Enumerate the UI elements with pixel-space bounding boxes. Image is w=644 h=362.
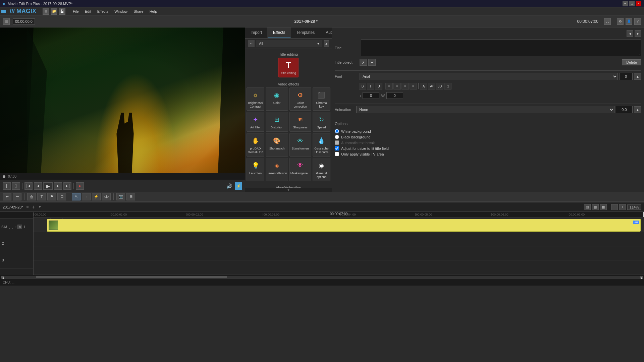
3d-btn[interactable]: 3D <box>436 83 443 89</box>
track-view-normal[interactable]: ▤ <box>584 204 591 210</box>
next-frame-button[interactable]: ► <box>54 182 62 190</box>
nav-back-button[interactable]: ← <box>248 40 255 47</box>
superscript-btn[interactable]: A² <box>428 83 435 89</box>
menu-icon-2[interactable]: 📁 <box>51 8 57 15</box>
effect-maskengene[interactable]: 👁 Maskengene... <box>289 158 311 181</box>
import-media-button[interactable]: ⊞ <box>126 193 135 200</box>
minimize-button[interactable]: − <box>623 1 628 6</box>
effect-brightness[interactable]: ☼ Brightness/ Contrast <box>247 87 264 111</box>
hamburger-menu[interactable]: ☰ <box>3 18 10 25</box>
menu-window[interactable]: Window <box>112 9 130 14</box>
tab-effects[interactable]: Effects <box>268 27 291 38</box>
effect-speed[interactable]: ↻ Speed <box>313 112 330 132</box>
effect-color[interactable]: ◉ Color <box>266 87 288 111</box>
track-clip-1[interactable]: AB <box>47 219 641 232</box>
effect-stansformen[interactable]: 👁 Stansformen <box>289 133 311 157</box>
next-marker-button[interactable]: ►| <box>63 182 71 190</box>
bg-btn[interactable]: □ <box>444 83 451 89</box>
effect-prodad[interactable]: ✋ proDAD Mercalli 2.0 <box>247 133 264 157</box>
font-select[interactable]: Arial <box>360 73 618 80</box>
effect-gaussche[interactable]: 💧 Gaus'sche Unschärfe <box>313 133 330 157</box>
mark-in-button[interactable]: [ <box>3 182 11 190</box>
font-size-up[interactable]: ▲ <box>634 73 641 80</box>
prev-frame-button[interactable]: ◄ <box>34 182 42 190</box>
title-obj-btn1[interactable]: ✗ <box>360 59 367 66</box>
arrow-right-button[interactable]: → <box>82 193 91 200</box>
align-right-btn[interactable]: ≡ <box>401 83 409 89</box>
redo-button[interactable]: ↪ <box>13 193 21 200</box>
split-button[interactable]: ⚡ <box>92 193 101 200</box>
line-spacing-input[interactable]: 0 <box>363 92 379 99</box>
track-add-btn[interactable]: ⊕ <box>17 225 22 229</box>
mark-out-button[interactable]: ] <box>12 182 20 190</box>
scrollbar-thumb[interactable] <box>36 276 227 278</box>
volume-control[interactable]: 🔊 <box>226 183 232 189</box>
menu-effects[interactable]: Effects <box>95 9 111 14</box>
font-size-input[interactable]: 0 <box>619 73 633 80</box>
track-3-area[interactable] <box>34 246 644 261</box>
camera-button[interactable]: 📷 <box>116 193 125 200</box>
tab-templates[interactable]: Templates <box>291 27 320 38</box>
delete-button[interactable]: 🗑 <box>27 193 36 200</box>
effect-art-filter[interactable]: ✦ Art filter <box>247 112 264 132</box>
animation-value-input[interactable]: 0.0 <box>616 106 633 113</box>
align-justify-btn[interactable]: ≡ <box>410 83 417 89</box>
title-text-input[interactable] <box>361 40 641 56</box>
menu-file[interactable]: File <box>70 9 82 14</box>
menu-help[interactable]: Help <box>147 9 160 14</box>
title-editing-button[interactable]: T Title editing <box>278 58 299 77</box>
title-obj-btn2[interactable]: ⊢ <box>368 59 376 66</box>
white-background-radio[interactable] <box>335 129 339 133</box>
undo-button[interactable]: ↩ <box>3 193 11 200</box>
effects-scroll[interactable]: Title editing T Title editing Video effe… <box>245 49 332 188</box>
timecode-display[interactable]: 00:00:00.0 <box>13 18 35 24</box>
tv-area-checkbox[interactable] <box>335 152 339 156</box>
color-btn[interactable]: A <box>420 83 427 89</box>
anim-value-up[interactable]: ▲ <box>634 106 641 113</box>
delete-button[interactable]: Delete <box>622 59 641 65</box>
effect-distortion[interactable]: ⊞ Distortion <box>266 112 288 132</box>
smart-render-btn[interactable]: ⚡ <box>235 182 242 190</box>
add-tab-button[interactable]: + <box>32 204 35 210</box>
menu-icon-1[interactable]: ⊞ <box>43 8 49 15</box>
menu-icon-3[interactable]: 💾 <box>59 8 65 15</box>
menu-edit[interactable]: Edit <box>82 9 94 14</box>
align-center-btn[interactable]: ≡ <box>393 83 401 89</box>
settings-icon[interactable]: ⚙ <box>617 18 624 25</box>
underline-btn[interactable]: U <box>375 83 382 89</box>
panel-right-btn[interactable]: ► <box>635 30 641 37</box>
black-background-radio[interactable] <box>335 135 339 139</box>
help-icon[interactable]: ? <box>634 18 641 25</box>
pointer-button[interactable]: ↖ <box>72 193 80 200</box>
tab-import[interactable]: Import <box>245 27 268 38</box>
scrollbar-track[interactable] <box>4 276 640 279</box>
category-dropdown[interactable]: All ▾ <box>256 40 322 47</box>
scroll-right-btn[interactable]: ► <box>640 276 643 279</box>
account-icon[interactable]: 👤 <box>626 18 632 25</box>
animation-select[interactable]: None <box>356 106 614 113</box>
trim-button[interactable]: ◁▷ <box>102 193 111 200</box>
fullscreen-btn[interactable]: ⛶ <box>604 18 611 25</box>
effect-shot-match[interactable]: 🎨 Shot match <box>266 133 288 157</box>
timeline-scrollbar[interactable]: ◄ ► <box>0 275 644 279</box>
panel-left-btn[interactable]: ◄ <box>627 30 633 37</box>
maximize-button[interactable]: □ <box>629 1 635 6</box>
zoom-out-btn[interactable]: − <box>611 204 618 210</box>
effect-color-correction[interactable]: ⚙ Color correction <box>289 87 311 111</box>
prev-marker-button[interactable]: |◄ <box>24 182 33 190</box>
play-button[interactable]: ▶ <box>43 182 53 190</box>
effect-leuchten[interactable]: 💡 Leuchten <box>247 158 264 181</box>
track-view-wave[interactable]: ▦ <box>600 204 607 210</box>
effect-sharpness[interactable]: ≋ Sharpness <box>289 112 311 132</box>
track-view-compact[interactable]: ▥ <box>592 204 599 210</box>
adjust-font-size-checkbox[interactable] <box>335 146 339 150</box>
close-button[interactable]: × <box>636 1 641 6</box>
effect-linsenreflexion[interactable]: ◈ Linsenreflexion <box>266 158 288 181</box>
record-button[interactable]: ● <box>76 182 84 190</box>
effect-chroma-key[interactable]: ⬛ Chroma key <box>313 87 330 111</box>
menu-share[interactable]: Share <box>131 9 146 14</box>
close-tab-button[interactable]: ✕ <box>26 205 29 209</box>
marker-button[interactable]: ⚑ <box>47 193 56 200</box>
track-4-area[interactable] <box>34 260 644 275</box>
snap-button[interactable]: ⊡ <box>57 193 66 200</box>
